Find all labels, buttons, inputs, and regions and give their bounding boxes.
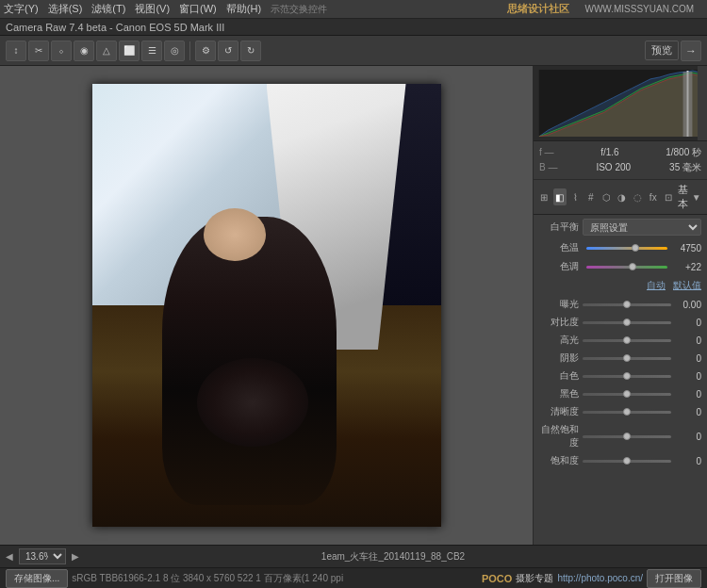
tool-redeye[interactable]: △ <box>96 41 117 61</box>
slider-value-4: 0 <box>675 371 701 382</box>
person-face <box>204 208 267 261</box>
main-content: f — f/1.6 1/800 秒 B — ISO 200 35 毫米 ⊞ ◧ … <box>0 66 707 545</box>
slider-track-6[interactable] <box>583 411 671 414</box>
slider-thumb-5[interactable] <box>623 390 631 398</box>
photo-container <box>92 84 441 527</box>
next-arrow[interactable]: → <box>681 41 701 61</box>
slider-thumb-8[interactable] <box>623 457 631 465</box>
slider-thumb-4[interactable] <box>623 372 631 380</box>
slider-thumb-3[interactable] <box>623 354 631 362</box>
menu-item-help[interactable]: 帮助(H) <box>226 2 261 16</box>
slider-track-0[interactable] <box>583 303 671 306</box>
tab-tonecurve-icon[interactable]: ⌇ <box>568 188 583 205</box>
slider-thumb-7[interactable] <box>623 433 631 440</box>
color-tint-label: 色调 <box>539 260 579 273</box>
preview-button[interactable]: 预览 <box>645 41 679 60</box>
menu-item-text[interactable]: 文字(Y) <box>4 2 39 16</box>
slider-value-8: 0 <box>675 456 701 466</box>
camera-info: f — f/1.6 1/800 秒 B — ISO 200 35 毫米 <box>534 141 707 180</box>
tab-hsl-icon[interactable]: ⬡ <box>600 188 614 205</box>
person-hat <box>197 358 308 447</box>
tab-histogram-icon[interactable]: ⊞ <box>537 188 551 205</box>
auto-button[interactable]: 自动 <box>647 279 666 292</box>
slider-label-1: 对比度 <box>539 316 579 329</box>
slider-value-3: 0 <box>675 353 701 364</box>
tool-rotate-ccw[interactable]: ↺ <box>218 41 238 61</box>
menu-item-select[interactable]: 选择(S) <box>48 2 83 16</box>
slider-track-4[interactable] <box>583 375 671 378</box>
menu-item-filter[interactable]: 滤镜(T) <box>91 2 125 16</box>
slider-track-5[interactable] <box>583 393 671 396</box>
tab-basic-icon[interactable]: ◧ <box>553 188 567 205</box>
color-temp-value: 4750 <box>675 243 701 253</box>
slider-value-6: 0 <box>675 407 701 417</box>
poco-sub: 摄影专题 <box>516 572 553 585</box>
tool-prefs[interactable]: ⚙ <box>195 41 216 61</box>
tab-camera-icon[interactable]: ⊡ <box>662 188 676 205</box>
tab-split-icon[interactable]: ◑ <box>616 188 630 205</box>
slider-row-8: 饱和度 0 <box>539 454 701 467</box>
slider-label-3: 阴影 <box>539 351 579 365</box>
save-image-button[interactable]: 存储图像... <box>6 569 68 588</box>
default-button[interactable]: 默认值 <box>673 279 701 292</box>
tab-fx-icon[interactable]: fx <box>647 188 661 205</box>
color-temp-track[interactable] <box>586 247 667 250</box>
panel-tabs: ⊞ ◧ ⌇ # ⬡ ◑ ◌ fx ⊡ 基本 ▼ <box>534 180 707 215</box>
slider-value-5: 0 <box>675 389 701 400</box>
menu-bar: 文字(Y) 选择(S) 滤镜(T) 视图(V) 窗口(W) 帮助(H) 示范交换… <box>0 0 707 19</box>
tool-rotate-cw[interactable]: ↻ <box>240 41 261 61</box>
shutter-value: 1/800 秒 <box>666 145 701 160</box>
tool-radial[interactable]: ◎ <box>164 41 185 61</box>
poco-url[interactable]: http://photo.poco.cn/ <box>557 573 643 583</box>
slider-track-1[interactable] <box>583 321 671 324</box>
color-temp-label: 色温 <box>539 241 579 254</box>
tool-crop[interactable]: ✂ <box>28 41 49 61</box>
color-tint-track[interactable] <box>586 266 667 269</box>
sliders-panel[interactable]: 白平衡 原照设置 色温 4750 色调 +22 <box>534 215 707 545</box>
slider-thumb-6[interactable] <box>623 408 631 416</box>
panel-section-title: 基本 <box>678 183 688 211</box>
color-temp-row: 色温 4750 <box>539 241 701 254</box>
color-tint-value: +22 <box>675 262 701 272</box>
slider-label-4: 白色 <box>539 369 579 383</box>
slider-row-1: 对比度 0 <box>539 316 701 329</box>
tab-lens-icon[interactable]: ◌ <box>631 188 645 205</box>
canvas-area[interactable] <box>0 66 533 545</box>
slider-thumb-2[interactable] <box>623 336 631 344</box>
tool-adj-brush[interactable]: ⬜ <box>119 41 140 61</box>
histogram-scrollbar[interactable] <box>698 66 707 140</box>
slider-track-7[interactable] <box>583 435 671 438</box>
menu-item-view[interactable]: 视图(V) <box>135 2 170 16</box>
sliders-list: 曝光 0.00 对比度 0 高光 0 阴影 0 白色 0 黑色 0 <box>539 298 701 467</box>
logo-text: 思绪设计社区 <box>507 2 569 16</box>
menu-item-window[interactable]: 窗口(W) <box>179 2 217 16</box>
tab-detail-icon[interactable]: # <box>584 188 599 205</box>
slider-track-3[interactable] <box>583 357 671 360</box>
slider-label-7: 自然饱和度 <box>539 423 579 449</box>
poco-logo: POCO <box>482 573 512 584</box>
slider-label-0: 曝光 <box>539 298 579 311</box>
white-balance-select[interactable]: 原照设置 <box>583 219 701 236</box>
slider-track-8[interactable] <box>583 460 671 463</box>
color-temp-thumb[interactable] <box>632 244 639 252</box>
menu-note: 示范交换控件 <box>271 3 327 16</box>
tool-spot[interactable]: ◉ <box>74 41 94 61</box>
tool-straighten[interactable]: ⬦ <box>51 41 72 61</box>
slider-row-2: 高光 0 <box>539 334 701 347</box>
color-tint-thumb[interactable] <box>629 263 636 270</box>
slider-track-2[interactable] <box>583 339 671 342</box>
slider-thumb-0[interactable] <box>623 301 631 308</box>
aperture-value: f/1.6 <box>600 145 618 160</box>
next-image-btn[interactable]: ▶ <box>72 551 79 562</box>
zoom-select[interactable]: 13.6% <box>19 548 66 564</box>
status-bar: 存储图像... sRGB TBB61966-2.1 8 位 3840 x 576… <box>0 567 707 588</box>
prev-image-btn[interactable]: ◀ <box>6 551 13 562</box>
panel-expand-icon[interactable]: ▼ <box>690 188 704 205</box>
open-image-button[interactable]: 打开图像 <box>647 569 701 588</box>
slider-label-2: 高光 <box>539 334 579 347</box>
slider-thumb-1[interactable] <box>623 318 631 326</box>
slider-value-2: 0 <box>675 335 701 346</box>
tool-grad[interactable]: ☰ <box>141 41 162 61</box>
color-tint-row: 色调 +22 <box>539 260 701 273</box>
tool-move[interactable]: ↕ <box>6 41 26 61</box>
